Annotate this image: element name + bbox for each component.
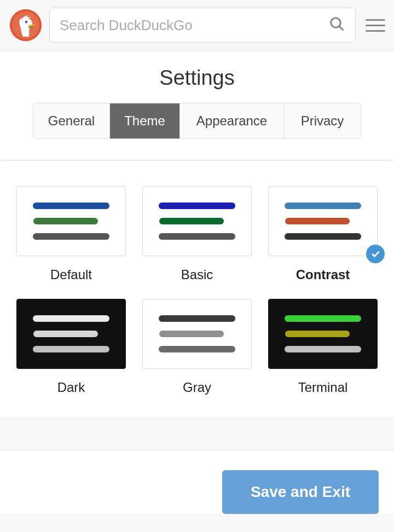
theme-swatch-default[interactable] <box>16 186 126 256</box>
theme-contrast: Contrast <box>268 186 378 282</box>
theme-label: Basic <box>181 267 213 282</box>
search-icon[interactable] <box>329 16 345 34</box>
theme-swatch-terminal[interactable] <box>268 299 378 369</box>
search-input[interactable] <box>60 17 329 34</box>
tab-privacy[interactable]: Privacy <box>284 103 361 138</box>
header <box>0 0 394 51</box>
svg-point-3 <box>331 18 341 28</box>
theme-label: Gray <box>183 380 211 395</box>
theme-swatch-basic[interactable] <box>142 186 252 256</box>
theme-swatch-contrast[interactable] <box>268 186 378 256</box>
check-icon <box>366 245 385 263</box>
settings-panel: Settings General Theme Appearance Privac… <box>0 51 394 160</box>
save-and-exit-button[interactable]: Save and Exit <box>222 470 379 514</box>
theme-label: Terminal <box>298 380 348 395</box>
search-bar[interactable] <box>49 8 356 43</box>
settings-tabs: General Theme Appearance Privacy <box>33 103 361 139</box>
theme-terminal: Terminal <box>268 299 378 395</box>
theme-default: Default <box>16 186 126 282</box>
theme-label: Dark <box>57 380 85 395</box>
page-title: Settings <box>0 51 394 103</box>
footer: Save and Exit <box>0 450 394 514</box>
duckduckgo-logo[interactable] <box>10 9 42 41</box>
svg-point-2 <box>25 21 27 23</box>
tab-appearance[interactable]: Appearance <box>180 103 284 138</box>
menu-icon[interactable] <box>366 15 385 35</box>
svg-line-4 <box>339 26 344 31</box>
theme-swatch-dark[interactable] <box>16 299 126 369</box>
theme-gray: Gray <box>142 299 252 395</box>
tab-theme[interactable]: Theme <box>110 103 180 138</box>
theme-basic: Basic <box>142 186 252 282</box>
theme-swatch-gray[interactable] <box>142 299 252 369</box>
tab-general[interactable]: General <box>33 103 110 138</box>
theme-dark: Dark <box>16 299 126 395</box>
theme-grid: Default Basic Contrast Dark <box>0 161 394 417</box>
theme-label: Contrast <box>296 267 350 282</box>
theme-label: Default <box>50 267 92 282</box>
